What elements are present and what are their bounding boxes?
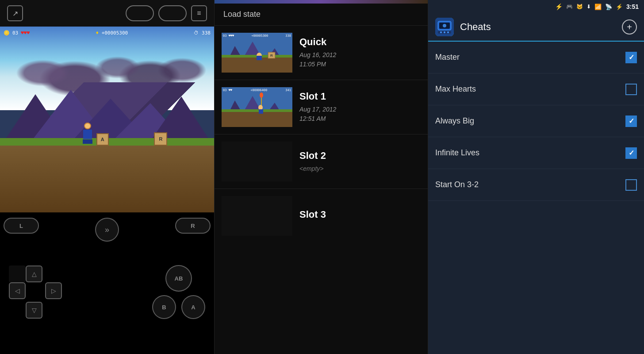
dpad-left[interactable]: ◁ xyxy=(9,282,26,299)
load-slot-3[interactable]: Slot 3 xyxy=(215,189,428,243)
action-buttons: AB B A xyxy=(152,265,205,319)
r-button[interactable]: R xyxy=(175,218,211,234)
load-slot-3-name: Slot 3 xyxy=(299,209,421,220)
cheats-status-bar: ⚡ 🎮 🐱 ⬇ 📶 📡 ⚡ 3:51 xyxy=(428,0,644,13)
cheat-item-always-big[interactable]: Always Big xyxy=(428,105,644,137)
hud-center: ♦ +00005300 xyxy=(96,30,128,36)
cheat-item-start-on-3-2[interactable]: Start On 3-2 xyxy=(428,169,644,201)
load-slot-1[interactable]: 03 ♥♥ +00006400 341 Slot 1 Aug 17, 2012 … xyxy=(215,80,428,135)
load-slot-2[interactable]: Slot 2 <empty> xyxy=(215,135,428,189)
thumb-hud-quick: 03 ♥♥♥ +00005300 338 xyxy=(223,34,291,38)
svg-point-31 xyxy=(444,31,445,33)
cat-icon: 🐱 xyxy=(576,4,583,10)
button1[interactable] xyxy=(126,5,154,21)
svg-rect-12 xyxy=(257,56,262,60)
svg-text:R: R xyxy=(270,54,273,58)
cheats-add-button[interactable]: + xyxy=(622,19,637,35)
game-icon: 🎮 xyxy=(566,4,573,10)
usb-icon: ⚡ xyxy=(555,3,563,10)
hud-coins: 338 xyxy=(202,30,211,36)
cheat-start-on-3-2-label: Start On 3-2 xyxy=(435,180,625,189)
load-state-panel: Load state R 03 ♥♥♥ +00005300 xyxy=(214,0,428,354)
share-icon[interactable]: ↗ xyxy=(7,5,23,21)
load-mini-screen xyxy=(215,0,428,4)
dpad-down[interactable]: ▽ xyxy=(26,302,42,319)
svg-rect-20 xyxy=(222,109,292,112)
fast-forward-button[interactable]: » xyxy=(95,218,119,242)
cheat-always-big-label: Always Big xyxy=(435,116,625,126)
svg-point-30 xyxy=(440,31,442,33)
svg-rect-19 xyxy=(222,111,292,127)
dpad-right[interactable]: ▷ xyxy=(45,282,62,299)
cheat-max-hearts-checkbox[interactable] xyxy=(625,84,637,95)
battery-icon: ⚡ xyxy=(616,4,623,10)
cheats-title: Cheats xyxy=(460,21,616,33)
game-hud: 🪙 03 ♥♥♥ ♦ +00005300 ⏱ 338 xyxy=(4,30,211,36)
status-time: 3:51 xyxy=(626,3,639,10)
load-slot-quick[interactable]: R 03 ♥♥♥ +00005300 338 Quick Aug 16, 201… xyxy=(215,26,428,80)
load-slot-1-name: Slot 1 xyxy=(299,91,421,102)
hud-score: +00005300 xyxy=(102,30,128,36)
load-slot-2-info: Slot 2 <empty> xyxy=(299,150,421,173)
cheat-item-master[interactable]: Master xyxy=(428,42,644,73)
sign-r: R xyxy=(154,132,167,146)
dpad: △ ▽ ◁ ▷ xyxy=(9,266,62,319)
svg-point-32 xyxy=(447,31,449,33)
menu-icon[interactable]: ≡ xyxy=(191,5,207,21)
wifi-icon: 📶 xyxy=(594,4,602,10)
hud-lives: 03 xyxy=(12,30,18,36)
cheats-panel: ⚡ 🎮 🐱 ⬇ 📶 📡 ⚡ 3:51 Cheats + Mast xyxy=(428,0,644,354)
top-right-icons: ≡ xyxy=(126,5,207,21)
action-btn-row: B A xyxy=(152,295,205,319)
load-slot-3-thumbnail xyxy=(222,196,292,236)
load-slot-1-thumbnail: 03 ♥♥ +00006400 341 xyxy=(222,87,292,127)
dpad-center xyxy=(9,266,26,282)
game-screen: R A 🪙 03 ♥♥♥ ♦ +00005300 ⏱ 338 xyxy=(0,27,214,212)
l-button[interactable]: L xyxy=(4,218,39,234)
thumb-hud-slot1: 03 ♥♥ +00006400 341 xyxy=(223,88,291,92)
cheat-infinite-lives-checkbox[interactable] xyxy=(625,147,637,159)
signal-icon: 📡 xyxy=(605,4,612,10)
svg-point-28 xyxy=(443,24,446,27)
game-character xyxy=(81,123,94,144)
cheat-master-label: Master xyxy=(435,53,625,62)
hud-hearts: ♥♥♥ xyxy=(21,30,30,36)
b-button[interactable]: B xyxy=(152,295,176,319)
game-ground xyxy=(0,142,214,212)
cheat-master-checkbox[interactable] xyxy=(625,52,637,63)
load-slot-2-thumbnail xyxy=(222,142,292,181)
load-slot-2-date: <empty> xyxy=(299,164,421,173)
cheat-always-big-checkbox[interactable] xyxy=(625,115,637,127)
hud-left: 🪙 03 ♥♥♥ xyxy=(4,30,30,36)
dpad-up[interactable]: △ xyxy=(26,266,42,282)
button2[interactable] xyxy=(158,5,187,21)
hud-timer-icon: ⏱ xyxy=(194,30,199,36)
cheat-item-infinite-lives[interactable]: Infinite Lives xyxy=(428,137,644,169)
load-slot-quick-name: Quick xyxy=(299,36,421,48)
cheat-infinite-lives-label: Infinite Lives xyxy=(435,148,625,158)
shoulder-buttons: L » R xyxy=(0,218,214,242)
load-slot-3-info: Slot 3 xyxy=(299,209,421,223)
hud-right: ⏱ 338 xyxy=(194,30,211,36)
svg-point-22 xyxy=(260,92,263,98)
a-button[interactable]: A xyxy=(181,295,205,319)
load-slot-2-name: Slot 2 xyxy=(299,150,421,162)
cheats-app-icon xyxy=(435,18,454,36)
load-slot-quick-thumbnail: R 03 ♥♥♥ +00005300 338 xyxy=(222,33,292,73)
hud-icon: 🪙 xyxy=(4,30,10,36)
cheats-list: Master Max Hearts Always Big Infinite Li… xyxy=(428,42,644,354)
cheats-title-bar: Cheats + xyxy=(428,13,644,42)
download-icon: ⬇ xyxy=(586,4,591,10)
hud-score-icon: ♦ xyxy=(96,30,99,36)
load-slot-quick-info: Quick Aug 16, 2012 11:05 PM xyxy=(299,36,421,69)
cheat-item-max-hearts[interactable]: Max Hearts xyxy=(428,73,644,105)
ab-button[interactable]: AB xyxy=(165,265,192,292)
game-top-bar: ↗ ≡ xyxy=(0,0,214,27)
game-controls: L » R △ ▽ ◁ ▷ AB B A xyxy=(0,212,214,354)
load-slot-1-info: Slot 1 Aug 17, 2012 12:51 AM xyxy=(299,91,421,123)
game-panel: ↗ ≡ R A xyxy=(0,0,214,354)
load-state-title: Load state xyxy=(215,4,428,26)
cheat-max-hearts-label: Max Hearts xyxy=(435,85,625,94)
cheat-start-on-3-2-checkbox[interactable] xyxy=(625,179,637,191)
svg-rect-24 xyxy=(259,109,263,114)
